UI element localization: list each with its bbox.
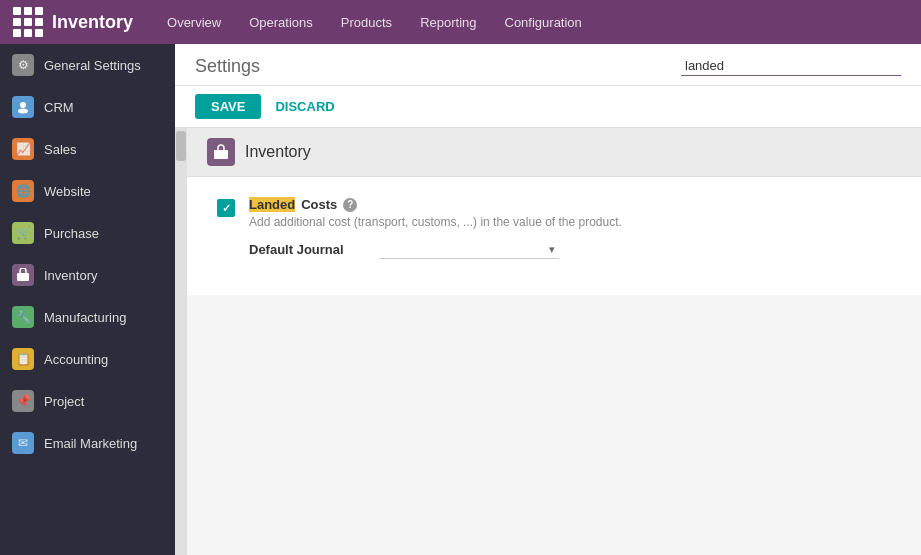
sidebar-label-crm: CRM <box>44 100 74 115</box>
journal-select-wrapper <box>379 239 559 259</box>
save-button[interactable]: SAVE <box>195 94 261 119</box>
help-icon[interactable]: ? <box>343 198 357 212</box>
content-area: Settings SAVE DISCARD <box>175 44 921 555</box>
page-title: Settings <box>195 56 260 77</box>
svg-rect-3 <box>214 150 228 159</box>
landed-costs-label: Landed Costs ? <box>249 197 622 212</box>
sidebar-item-purchase[interactable]: 🛒 Purchase <box>0 212 175 254</box>
sidebar-label-website: Website <box>44 184 91 199</box>
accounting-icon: 📋 <box>12 348 34 370</box>
sidebar-label-sales: Sales <box>44 142 77 157</box>
sidebar-label-manufacturing: Manufacturing <box>44 310 126 325</box>
landed-costs-checkbox[interactable] <box>217 199 235 217</box>
manufacturing-icon: 🔧 <box>12 306 34 328</box>
inventory-section-title: Inventory <box>245 143 311 161</box>
inventory-section-header: Inventory <box>187 128 921 177</box>
inventory-section-icon <box>207 138 235 166</box>
svg-point-1 <box>18 109 28 114</box>
sidebar-item-project[interactable]: 📌 Project <box>0 380 175 422</box>
nav-item-products[interactable]: Products <box>327 0 406 44</box>
general-settings-icon: ⚙ <box>12 54 34 76</box>
landed-costs-checkbox-wrapper <box>217 199 235 217</box>
nav-item-reporting[interactable]: Reporting <box>406 0 490 44</box>
sidebar-item-crm[interactable]: CRM <box>0 86 175 128</box>
sidebar-item-email-marketing[interactable]: ✉ Email Marketing <box>0 422 175 464</box>
label-suffix: Costs <box>301 197 337 212</box>
sidebar-item-accounting[interactable]: 📋 Accounting <box>0 338 175 380</box>
sidebar-label-accounting: Accounting <box>44 352 108 367</box>
sidebar-label-general-settings: General Settings <box>44 58 141 73</box>
crm-icon <box>12 96 34 118</box>
svg-rect-2 <box>17 273 29 281</box>
sidebar-item-sales[interactable]: 📈 Sales <box>0 128 175 170</box>
sidebar-item-inventory[interactable]: Inventory <box>0 254 175 296</box>
label-highlight: Landed <box>249 197 295 212</box>
sidebar-label-purchase: Purchase <box>44 226 99 241</box>
landed-costs-info: Landed Costs ? Add additional cost (tran… <box>249 197 622 259</box>
nav-item-configuration[interactable]: Configuration <box>491 0 596 44</box>
settings-header: Settings <box>175 44 921 86</box>
settings-content: Inventory Landed Costs ? <box>175 128 921 555</box>
journal-select[interactable] <box>379 239 559 259</box>
svg-point-0 <box>20 102 26 108</box>
settings-panel: Inventory Landed Costs ? <box>187 128 921 555</box>
sidebar: ⚙ General Settings CRM 📈 Sales 🌐 Website… <box>0 44 175 555</box>
landed-costs-row: Landed Costs ? Add additional cost (tran… <box>217 197 891 259</box>
main-layout: ⚙ General Settings CRM 📈 Sales 🌐 Website… <box>0 44 921 555</box>
website-icon: 🌐 <box>12 180 34 202</box>
inventory-icon <box>12 264 34 286</box>
sidebar-label-email-marketing: Email Marketing <box>44 436 137 451</box>
sidebar-label-inventory: Inventory <box>44 268 97 283</box>
sidebar-item-website[interactable]: 🌐 Website <box>0 170 175 212</box>
sales-icon: 📈 <box>12 138 34 160</box>
search-input[interactable] <box>681 56 901 76</box>
sidebar-item-general-settings[interactable]: ⚙ General Settings <box>0 44 175 86</box>
journal-label: Default Journal <box>249 242 379 257</box>
scrollbar-thumb[interactable] <box>176 131 186 161</box>
nav-item-overview[interactable]: Overview <box>153 0 235 44</box>
brand-title: Inventory <box>52 12 133 33</box>
sidebar-item-manufacturing[interactable]: 🔧 Manufacturing <box>0 296 175 338</box>
scrollbar-track[interactable] <box>175 128 187 555</box>
landed-costs-description: Add additional cost (transport, customs,… <box>249 215 622 229</box>
apps-button[interactable] <box>10 4 46 40</box>
journal-row: Default Journal <box>249 239 622 259</box>
discard-button[interactable]: DISCARD <box>271 94 338 119</box>
email-marketing-icon: ✉ <box>12 432 34 454</box>
section-content: Landed Costs ? Add additional cost (tran… <box>187 177 921 295</box>
sidebar-label-project: Project <box>44 394 84 409</box>
action-bar: SAVE DISCARD <box>175 86 921 128</box>
top-navigation: Inventory Overview Operations Products R… <box>0 0 921 44</box>
purchase-icon: 🛒 <box>12 222 34 244</box>
nav-item-operations[interactable]: Operations <box>235 0 327 44</box>
project-icon: 📌 <box>12 390 34 412</box>
